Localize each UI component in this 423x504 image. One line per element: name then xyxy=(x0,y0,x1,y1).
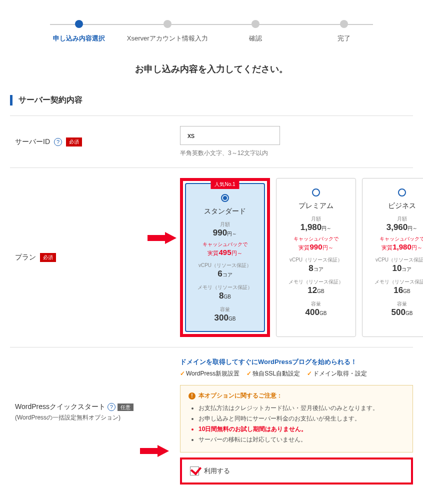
required-badge: 必須 xyxy=(40,253,56,262)
step-2: Xserverアカウント情報入力 xyxy=(124,20,212,43)
label-text: プラン xyxy=(15,253,36,262)
feature-item: 独自SSL自動設定 xyxy=(246,370,300,378)
disk-value: 400GB xyxy=(280,308,352,318)
arrow-icon xyxy=(140,444,170,458)
plan-name: ビジネス xyxy=(366,202,423,210)
step-label: 確認 xyxy=(249,34,262,43)
mem-value: 16GB xyxy=(366,286,423,296)
cpu-label: vCPU（リソース保証） xyxy=(280,256,352,264)
server-id-row: サーバーID ? 必須 半角英数小文字、3～12文字以内 xyxy=(10,116,413,168)
plan-options: 人気No.1 スタンダード 月額 990円～ キャッシュバックで 実質495円～… xyxy=(180,178,423,337)
quickstart-content: ドメインを取得してすぐにWordPressブログを始められる！ WordPres… xyxy=(180,358,413,484)
popular-badge: 人気No.1 xyxy=(210,180,239,189)
step-dot-icon xyxy=(164,20,172,28)
radio-icon xyxy=(398,188,406,196)
plan-content: 人気No.1 スタンダード 月額 990円～ キャッシュバックで 実質495円～… xyxy=(180,178,423,337)
step-4: 完了 xyxy=(300,20,388,43)
cpu-value: 8コア xyxy=(280,264,352,274)
disk-value: 500GB xyxy=(366,308,423,318)
mem-value: 8GB xyxy=(190,291,260,301)
svg-marker-1 xyxy=(140,445,169,457)
monthly-label: 月額 xyxy=(190,221,260,228)
quickstart-checkbox-row[interactable]: 利用する xyxy=(180,458,413,484)
svg-marker-0 xyxy=(148,232,176,244)
disk-value: 300GB xyxy=(190,313,260,323)
quickstart-features: WordPress新規設置 独自SSL自動設定 ドメイン取得・設定 xyxy=(180,370,413,378)
monthly-value: 3,960円～ xyxy=(366,222,423,232)
label-text: WordPressクイックスタート xyxy=(15,402,106,410)
cashback-value: 実質495円～ xyxy=(190,248,260,257)
mem-value: 12GB xyxy=(280,286,352,296)
radio-icon xyxy=(312,188,320,196)
monthly-label: 月額 xyxy=(280,216,352,222)
step-label: 申し込み内容選択 xyxy=(53,34,105,43)
plan-row: プラン 必須 人気No.1 スタンダード 月額 990円～ キャッシュバックで … xyxy=(10,168,413,347)
notice-box: 本オプションに関するご注意： お支払方法はクレジットカード払い・翌月後払いのみと… xyxy=(180,385,413,452)
cashback-label: キャッシュバックで xyxy=(366,236,423,242)
notice-item: お申し込みと同時にサーバー料金のお支払いが発生します。 xyxy=(198,414,404,423)
feature-item: ドメイン取得・設定 xyxy=(307,370,367,378)
notice-list: お支払方法はクレジットカード払い・翌月後払いのみとなります。 お申し込みと同時に… xyxy=(188,404,404,444)
quickstart-intro: ドメインを取得してすぐにWordPressブログを始められる！ xyxy=(180,358,413,366)
step-dot-icon xyxy=(75,20,83,28)
step-3: 確認 xyxy=(212,20,300,43)
disk-label: 容量 xyxy=(190,306,260,313)
radio-icon xyxy=(221,194,229,202)
checkbox-icon xyxy=(190,466,199,476)
server-id-input[interactable] xyxy=(180,126,280,145)
feature-item: WordPress新規設置 xyxy=(180,370,240,378)
plan-name: スタンダード xyxy=(190,207,260,216)
label-text: サーバーID xyxy=(15,138,50,146)
section-header: サーバー契約内容 xyxy=(10,95,413,106)
plan-premium[interactable]: プレミアム 月額 1,980円～ キャッシュバックで 実質990円～ vCPU（… xyxy=(276,178,356,337)
monthly-value: 1,980円～ xyxy=(280,222,352,232)
cashback-value: 実質1,980円～ xyxy=(366,242,423,252)
step-dot-icon xyxy=(340,20,348,28)
cashback-label: キャッシュバックで xyxy=(280,236,352,242)
progress-stepper: 申し込み内容選択 Xserverアカウント情報入力 確認 完了 xyxy=(35,20,388,43)
notice-item: サーバーの移転には対応していません。 xyxy=(198,436,404,444)
checkbox-label: 利用する xyxy=(204,466,230,476)
cashback-value: 実質990円～ xyxy=(280,242,352,252)
step-dot-icon xyxy=(252,20,260,28)
monthly-label: 月額 xyxy=(366,216,423,222)
arrow-icon xyxy=(148,230,178,246)
cpu-label: vCPU（リソース保証） xyxy=(366,256,423,264)
monthly-value: 990円～ xyxy=(190,228,260,238)
step-label: 完了 xyxy=(338,34,350,43)
notice-title: 本オプションに関するご注意： xyxy=(188,392,404,400)
sublabel-text: (WordPressの一括設定無料オプション) xyxy=(15,414,134,422)
server-id-hint: 半角英数小文字、3～12文字以内 xyxy=(180,149,413,158)
required-badge: 必須 xyxy=(66,138,82,146)
mem-label: メモリ（リソース保証） xyxy=(280,278,352,286)
server-id-label: サーバーID ? 必須 xyxy=(10,126,180,158)
plan-highlight: 人気No.1 スタンダード 月額 990円～ キャッシュバックで 実質495円～… xyxy=(180,178,270,337)
help-icon[interactable]: ? xyxy=(108,403,116,411)
cpu-label: vCPU（リソース保証） xyxy=(190,262,260,269)
notice-item: お支払方法はクレジットカード払い・翌月後払いのみとなります。 xyxy=(198,404,404,412)
quickstart-row: WordPressクイックスタート ? 任意 (WordPressの一括設定無料… xyxy=(10,347,413,494)
plan-name: プレミアム xyxy=(280,202,352,210)
cpu-value: 6コア xyxy=(190,269,260,279)
quickstart-label: WordPressクイックスタート ? 任意 (WordPressの一括設定無料… xyxy=(10,358,180,484)
page-subtitle: お申し込み内容を入力してください。 xyxy=(10,63,413,75)
notice-item: 10日間無料のお試し期間はありません。 xyxy=(198,425,404,434)
plan-standard[interactable]: 人気No.1 スタンダード 月額 990円～ キャッシュバックで 実質495円～… xyxy=(185,183,265,332)
step-label: Xserverアカウント情報入力 xyxy=(127,34,208,43)
optional-badge: 任意 xyxy=(118,404,134,411)
cashback-label: キャッシュバックで xyxy=(190,241,260,248)
disk-label: 容量 xyxy=(280,300,352,308)
plan-business[interactable]: ビジネス 月額 3,960円～ キャッシュバックで 実質1,980円～ vCPU… xyxy=(362,178,423,337)
plan-label: プラン 必須 xyxy=(10,178,180,337)
help-icon[interactable]: ? xyxy=(54,138,62,146)
step-1: 申し込み内容選択 xyxy=(35,20,124,43)
server-id-content: 半角英数小文字、3～12文字以内 xyxy=(180,126,413,158)
mem-label: メモリ（リソース保証） xyxy=(190,284,260,291)
cpu-value: 10コア xyxy=(366,264,423,274)
disk-label: 容量 xyxy=(366,300,423,308)
mem-label: メモリ（リソース保証） xyxy=(366,278,423,286)
